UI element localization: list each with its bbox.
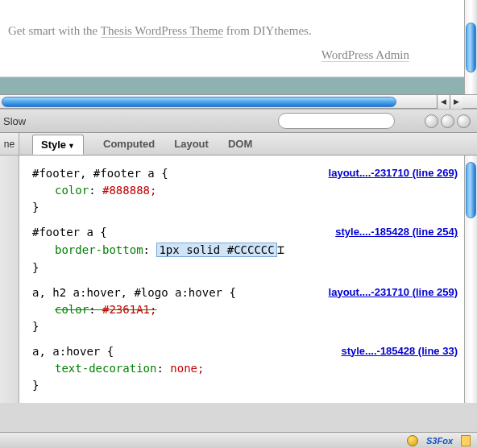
tab-style[interactable]: Style▼ xyxy=(32,135,84,155)
text-cursor-icon: ⌶ xyxy=(277,243,284,257)
colon: : xyxy=(143,243,157,256)
css-rule: style....-185428 (line 33)a, a:hover {te… xyxy=(32,343,464,394)
footer-text-suffix: from DIYthemes. xyxy=(223,24,312,37)
tab-computed[interactable]: Computed xyxy=(103,138,155,150)
page-footer-area: Get smart with the Thesis WordPress Them… xyxy=(0,0,466,77)
toolbar-button-group xyxy=(425,114,471,128)
css-property-struck: color: #2361A1; xyxy=(55,303,156,316)
css-rule: layout....-231710 (line 269)#footer, #fo… xyxy=(32,165,464,216)
note-icon[interactable] xyxy=(461,435,471,446)
devtools-left-gutter: ne xyxy=(0,133,19,403)
wordpress-admin-link[interactable]: WordPress Admin xyxy=(321,48,409,62)
chevron-down-icon: ▼ xyxy=(68,142,75,150)
css-selector[interactable]: a, a:hover xyxy=(32,345,107,358)
css-rule: layout....-231710 (line 259)a, h2 a:hove… xyxy=(32,284,464,335)
css-selector[interactable]: #footer a xyxy=(32,226,100,239)
tab-dom[interactable]: DOM xyxy=(228,138,252,150)
css-property: color xyxy=(55,184,89,197)
devtools-vertical-scrollbar[interactable] xyxy=(464,156,477,403)
open-brace: { xyxy=(229,286,235,299)
smiley-icon[interactable] xyxy=(407,435,418,446)
toolbar-circle-button-2[interactable] xyxy=(441,114,454,128)
tab-layout[interactable]: Layout xyxy=(174,138,209,150)
footer-text-prefix: Get smart with the xyxy=(8,24,101,37)
css-value[interactable]: none; xyxy=(170,362,204,375)
devtools-panel: ne Style▼ Computed Layout DOM layout....… xyxy=(0,133,477,403)
s3fox-label[interactable]: S3Fox xyxy=(426,436,453,446)
toolbar-circle-button-3[interactable] xyxy=(457,114,471,128)
close-brace: } xyxy=(32,318,464,335)
css-source-link[interactable]: style....-185428 (line 254) xyxy=(335,224,458,240)
devtools-tabs: Style▼ Computed Layout DOM xyxy=(19,133,477,156)
devtools-vscroll-thumb[interactable] xyxy=(466,162,476,218)
close-brace: } xyxy=(32,377,464,394)
css-rule: style....-185428 (line 254)#footer a {bo… xyxy=(32,224,464,276)
css-rules-body: layout....-231710 (line 269)#footer, #fo… xyxy=(19,156,477,403)
tab-style-label: Style xyxy=(41,139,66,151)
browser-hscroll-thumb[interactable] xyxy=(2,97,396,107)
scroll-left-arrow-icon[interactable]: ◀ xyxy=(437,95,450,109)
browser-vscroll-thumb[interactable] xyxy=(466,23,476,73)
css-selector[interactable]: a, h2 a:hover, #logo a:hover xyxy=(32,286,229,299)
toolbar-circle-button-1[interactable] xyxy=(425,114,438,128)
search-input[interactable] xyxy=(278,113,395,129)
open-brace: { xyxy=(100,226,106,239)
close-brace: } xyxy=(32,259,464,276)
css-source-link[interactable]: layout....-231710 (line 269) xyxy=(329,165,458,181)
css-declaration[interactable]: border-bottom: 1px solid #CCCCCC⌶ xyxy=(32,241,464,259)
colon: : xyxy=(89,184,102,197)
css-property: text-decoration xyxy=(55,362,156,375)
devtools-toolbar: Slow xyxy=(0,109,477,133)
css-declaration[interactable]: color: #888888; xyxy=(32,182,464,199)
hscroll-arrow-group: ◀ ▶ xyxy=(437,95,462,109)
admin-link-row: WordPress Admin xyxy=(8,48,409,62)
browser-vertical-scrollbar[interactable] xyxy=(464,0,477,109)
open-brace: { xyxy=(107,345,114,358)
css-source-link[interactable]: style....-185428 (line 33) xyxy=(341,343,458,359)
open-brace: { xyxy=(161,167,168,180)
css-property: border-bottom xyxy=(55,243,143,256)
colon: : xyxy=(156,362,170,375)
css-declaration[interactable]: text-decoration: none; xyxy=(32,360,464,377)
thesis-theme-link[interactable]: Thesis WordPress Theme xyxy=(101,24,223,38)
scroll-right-arrow-icon[interactable]: ▶ xyxy=(450,95,462,109)
toolbar-label: Slow xyxy=(0,115,26,127)
css-value-editing[interactable]: 1px solid #CCCCCC xyxy=(156,243,276,257)
status-bar: S3Fox xyxy=(0,432,477,448)
gutter-tab-fragment[interactable]: ne xyxy=(0,133,19,156)
browser-horizontal-scrollbar[interactable]: ◀ ▶ xyxy=(0,94,477,109)
css-value[interactable]: #888888; xyxy=(102,184,156,197)
footer-credit: Get smart with the Thesis WordPress Them… xyxy=(8,24,458,38)
css-selector[interactable]: #footer, #footer a xyxy=(32,167,161,180)
css-source-link[interactable]: layout....-231710 (line 259) xyxy=(329,284,458,301)
close-brace: } xyxy=(32,199,464,216)
css-declaration[interactable]: color: #2361A1; xyxy=(32,301,464,318)
browser-viewport: Get smart with the Thesis WordPress Them… xyxy=(0,0,477,109)
